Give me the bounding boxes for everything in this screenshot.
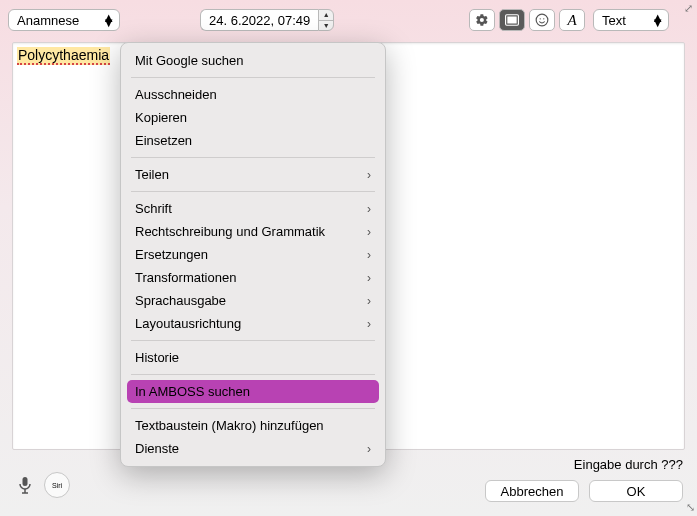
menu-separator: [131, 340, 375, 341]
datetime-value: 24. 6.2022, 07:49: [209, 13, 310, 28]
menu-separator: [131, 157, 375, 158]
chevron-right-icon: ›: [367, 225, 371, 239]
menu-item-amboss-search[interactable]: In AMBOSS suchen: [127, 380, 379, 403]
smiley-icon: [535, 13, 549, 27]
letter-a-icon: A: [567, 12, 576, 29]
menu-item-font[interactable]: Schrift›: [121, 197, 385, 220]
menu-item-spelling[interactable]: Rechtschreibung und Grammatik›: [121, 220, 385, 243]
chevron-right-icon: ›: [367, 317, 371, 331]
input-by-label: Eingabe durch ???: [574, 457, 683, 472]
menu-item-substitutions[interactable]: Ersetzungen›: [121, 243, 385, 266]
chevron-up-down-icon: ▲▼: [102, 15, 115, 25]
stepper-up-icon[interactable]: ▲: [319, 10, 333, 21]
stepper-down-icon[interactable]: ▼: [319, 21, 333, 31]
siri-button[interactable]: Siri: [44, 472, 70, 498]
menu-item-speech[interactable]: Sprachausgabe›: [121, 289, 385, 312]
chevron-right-icon: ›: [367, 248, 371, 262]
menu-separator: [131, 374, 375, 375]
menu-item-google-search[interactable]: Mit Google suchen: [121, 49, 385, 72]
category-select-value: Anamnese: [17, 13, 79, 28]
chevron-right-icon: ›: [367, 294, 371, 308]
menu-separator: [131, 408, 375, 409]
menu-item-share[interactable]: Teilen›: [121, 163, 385, 186]
menu-separator: [131, 191, 375, 192]
svg-point-2: [536, 14, 548, 26]
menu-item-services[interactable]: Dienste›: [121, 437, 385, 460]
chevron-right-icon: ›: [367, 271, 371, 285]
chevron-right-icon: ›: [367, 442, 371, 456]
format-select[interactable]: Text ▲▼: [593, 9, 669, 31]
context-menu: Mit Google suchen Ausschneiden Kopieren …: [120, 42, 386, 467]
screen-icon: [505, 14, 519, 26]
siri-icon: Siri: [52, 482, 62, 489]
menu-item-paste[interactable]: Einsetzen: [121, 129, 385, 152]
display-mode-button[interactable]: [499, 9, 525, 31]
menu-item-history[interactable]: Historie: [121, 346, 385, 369]
menu-item-add-macro[interactable]: Textbaustein (Makro) hinzufügen: [121, 414, 385, 437]
selected-text: Polycythaemia: [17, 47, 110, 65]
chevron-right-icon: ›: [367, 168, 371, 182]
svg-rect-5: [23, 477, 28, 486]
menu-item-cut[interactable]: Ausschneiden: [121, 83, 385, 106]
menu-item-layout[interactable]: Layoutausrichtung›: [121, 312, 385, 335]
datetime-stepper[interactable]: ▲ ▼: [318, 9, 334, 31]
microphone-icon: [18, 476, 32, 494]
menu-item-copy[interactable]: Kopieren: [121, 106, 385, 129]
svg-point-3: [540, 18, 541, 19]
svg-point-4: [543, 18, 544, 19]
category-select[interactable]: Anamnese ▲▼: [8, 9, 120, 31]
svg-rect-1: [507, 17, 516, 24]
cancel-button[interactable]: Abbrechen: [485, 480, 579, 502]
chevron-right-icon: ›: [367, 202, 371, 216]
datetime-field[interactable]: 24. 6.2022, 07:49: [200, 9, 318, 31]
settings-button[interactable]: [469, 9, 495, 31]
expand-icon[interactable]: ⤢: [684, 2, 693, 15]
gear-icon: [475, 13, 489, 27]
ok-button[interactable]: OK: [589, 480, 683, 502]
emoji-button[interactable]: [529, 9, 555, 31]
collapse-icon[interactable]: ⤡: [686, 501, 695, 514]
menu-item-transformations[interactable]: Transformationen›: [121, 266, 385, 289]
format-select-value: Text: [602, 13, 626, 28]
microphone-button[interactable]: [12, 472, 38, 498]
menu-separator: [131, 77, 375, 78]
chevron-up-down-icon: ▲▼: [651, 15, 664, 25]
font-style-button[interactable]: A: [559, 9, 585, 31]
